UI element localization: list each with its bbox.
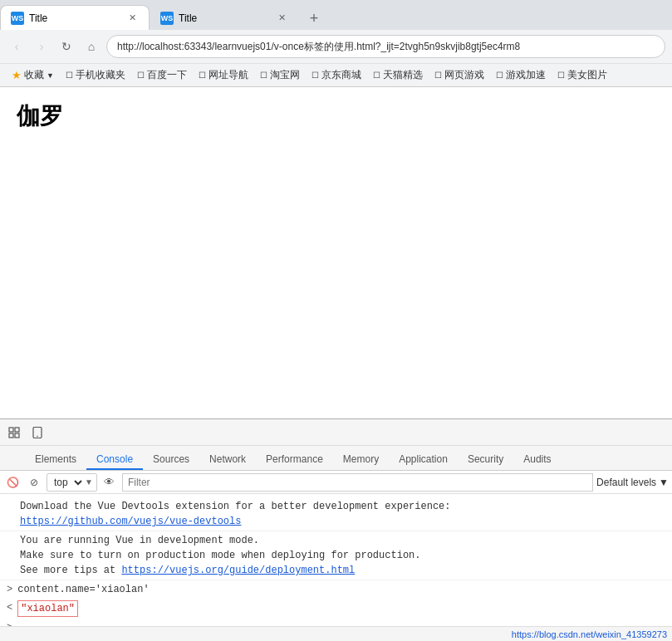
status-bar: https://blog.csdn.net/weixin_41359273 — [0, 626, 672, 641]
bookmark-label-photos: 美女图片 — [567, 68, 607, 82]
browser-chrome: WS Title ✕ WS Title ✕ + ‹ › ↻ ⌂ ★ 收藏 ▼ ☐… — [0, 0, 672, 87]
home-button[interactable]: ⌂ — [81, 37, 101, 56]
bookmark-label-webgames: 网页游戏 — [444, 68, 484, 82]
tab-application[interactable]: Application — [389, 450, 458, 470]
tab-inactive[interactable]: WS Title ✕ — [150, 5, 299, 30]
tab-sources[interactable]: Sources — [143, 450, 199, 470]
bookmark-label-nav: 网址导航 — [208, 68, 248, 82]
bookmark-icon-mobile: ☐ — [66, 71, 73, 80]
bookmark-icon-speedgame: ☐ — [496, 71, 503, 80]
bookmark-label-speedgame: 游戏加速 — [506, 68, 546, 82]
back-button[interactable]: ‹ — [7, 37, 27, 56]
star-icon: ★ — [12, 69, 22, 81]
tab-memory[interactable]: Memory — [333, 450, 389, 470]
bookmark-icon-baidu: ☐ — [137, 71, 145, 80]
devtools-link[interactable]: https://github.com/vuejs/vue-devtools — [20, 516, 241, 527]
bookmark-photos[interactable]: ☐ 美女图片 — [552, 66, 612, 84]
bookmark-baidu[interactable]: ☐ 百度一下 — [132, 66, 192, 84]
prompt-text-1: content.name='xiaolan' — [17, 582, 149, 597]
console-filter-bar: 🚫 ⊘ top ▼ 👁 Default levels ▼ — [0, 471, 672, 494]
bookmark-favorites[interactable]: ★ 收藏 ▼ — [7, 66, 59, 84]
console-prompt-1: > content.name='xiaolan' — [0, 580, 672, 599]
svg-rect-3 — [15, 433, 19, 438]
chevron-down-icon-levels: ▼ — [659, 477, 669, 488]
tab-favicon-2: WS — [160, 12, 174, 25]
tab-favicon-1: WS — [11, 12, 24, 25]
bookmark-label-favorites: 收藏 — [24, 68, 44, 82]
bookmark-icon-nav: ☐ — [199, 71, 206, 80]
default-levels-button[interactable]: Default levels ▼ — [596, 477, 669, 488]
tab-performance[interactable]: Performance — [256, 450, 333, 470]
svg-rect-1 — [15, 428, 19, 432]
mobile-icon — [32, 427, 42, 438]
address-input[interactable] — [106, 35, 665, 58]
page-content: 伽罗 — [0, 87, 672, 145]
tab-title-1: Title — [29, 12, 120, 24]
filter-toggle-button[interactable]: ⊘ — [25, 473, 43, 492]
svg-rect-2 — [9, 433, 13, 438]
tab-elements[interactable]: Elements — [25, 450, 86, 470]
prompt-arrow-icon: > — [7, 582, 12, 597]
status-url: https://blog.csdn.net/weixin_41359273 — [512, 629, 667, 639]
console-filter-input[interactable] — [122, 473, 593, 492]
tab-bar: WS Title ✕ WS Title ✕ + — [0, 0, 672, 30]
tab-console[interactable]: Console — [86, 450, 143, 470]
bookmark-label-mobile: 手机收藏夹 — [76, 68, 125, 82]
result-value-1: "xiaolan" — [17, 600, 78, 617]
bookmark-icon-tmall: ☐ — [373, 71, 380, 80]
result-arrow-icon: < — [7, 600, 12, 615]
bookmark-label-taobao: 淘宝网 — [270, 68, 300, 82]
content-area: 伽罗 — [0, 87, 672, 418]
console-cursor-line: > — [0, 619, 672, 626]
console-output: Download the Vue Devtools extension for … — [0, 494, 672, 626]
bookmark-taobao[interactable]: ☐ 淘宝网 — [255, 66, 305, 84]
tab-close-2[interactable]: ✕ — [275, 12, 288, 25]
svg-point-5 — [37, 435, 38, 437]
refresh-button[interactable]: ↻ — [56, 37, 76, 56]
tab-network[interactable]: Network — [199, 450, 256, 470]
tab-active[interactable]: WS Title ✕ — [0, 5, 150, 30]
bookmark-icon-taobao: ☐ — [260, 71, 267, 80]
console-result-1: < "xiaolan" — [0, 599, 672, 619]
bookmarks-bar: ★ 收藏 ▼ ☐ 手机收藏夹 ☐ 百度一下 ☐ 网址导航 ☐ 淘宝网 ☐ 京东商… — [0, 63, 672, 86]
bookmark-tmall[interactable]: ☐ 天猫精选 — [368, 66, 428, 84]
context-select[interactable]: top — [47, 476, 85, 489]
eye-icon[interactable]: 👁 — [101, 473, 119, 492]
address-bar: ‹ › ↻ ⌂ — [0, 30, 672, 63]
bookmark-label-baidu: 百度一下 — [147, 68, 187, 82]
context-select-wrapper: top ▼ — [47, 473, 97, 492]
bookmark-label-jd: 京东商城 — [321, 68, 361, 82]
bookmark-speedgame[interactable]: ☐ 游戏加速 — [491, 66, 551, 84]
bookmark-mobile[interactable]: ☐ 手机收藏夹 — [61, 66, 130, 84]
tab-close-1[interactable]: ✕ — [125, 12, 139, 25]
chevron-down-icon: ▼ — [85, 477, 96, 487]
bookmark-webgames[interactable]: ☐ 网页游戏 — [429, 66, 489, 84]
bookmark-icon-jd: ☐ — [311, 71, 319, 80]
svg-rect-0 — [9, 428, 13, 432]
devtools-mobile-button[interactable] — [27, 422, 48, 443]
tab-security[interactable]: Security — [458, 450, 513, 470]
new-tab-button[interactable]: + — [302, 7, 326, 30]
bookmark-icon-photos: ☐ — [557, 71, 565, 80]
bookmark-icon-webgames: ☐ — [434, 71, 442, 80]
deployment-link[interactable]: https://vuejs.org/guide/deployment.html — [121, 565, 355, 576]
chevron-down-icon: ▼ — [47, 71, 54, 80]
console-message-devtools: Download the Vue Devtools extension for … — [0, 497, 672, 531]
bookmark-label-tmall: 天猫精选 — [383, 68, 423, 82]
default-levels-label: Default levels — [596, 477, 656, 488]
page-heading: 伽罗 — [17, 100, 655, 132]
cursor-arrow-icon: > — [7, 620, 12, 626]
devtools-tabs: Elements Console Sources Network Perform… — [0, 446, 672, 471]
inspect-icon — [8, 427, 20, 438]
forward-button[interactable]: › — [32, 37, 52, 56]
devtools-toolbar — [0, 419, 672, 446]
devtools-panel: Elements Console Sources Network Perform… — [0, 418, 672, 626]
tab-audits[interactable]: Audits — [513, 450, 561, 470]
devtools-inspect-button[interactable] — [3, 422, 25, 443]
clear-console-button[interactable]: 🚫 — [3, 473, 22, 492]
bookmark-nav[interactable]: ☐ 网址导航 — [194, 66, 253, 84]
console-message-devmode: You are running Vue in development mode.… — [0, 531, 672, 580]
tab-title-2: Title — [179, 12, 270, 24]
bookmark-jd[interactable]: ☐ 京东商城 — [307, 66, 366, 84]
